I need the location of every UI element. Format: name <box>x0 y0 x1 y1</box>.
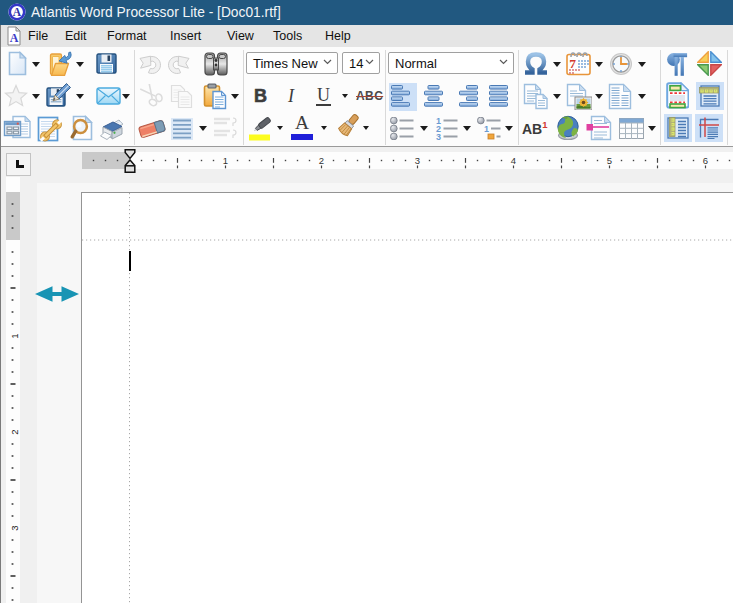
svg-text:3: 3 <box>9 525 20 530</box>
svg-text:5: 5 <box>607 155 612 166</box>
svg-text:A: A <box>10 31 19 45</box>
svg-text:7: 7 <box>569 56 576 71</box>
svg-text:1: 1 <box>9 333 20 338</box>
svg-text:3: 3 <box>415 155 420 166</box>
svg-text:2: 2 <box>9 429 20 434</box>
svg-text:A: A <box>13 6 22 18</box>
svg-text:1: 1 <box>484 124 489 134</box>
svg-text:4: 4 <box>511 155 516 166</box>
svg-text:3: 3 <box>436 132 441 141</box>
svg-text:6: 6 <box>703 155 708 166</box>
svg-text:2: 2 <box>319 155 324 166</box>
svg-text:1: 1 <box>223 155 228 166</box>
